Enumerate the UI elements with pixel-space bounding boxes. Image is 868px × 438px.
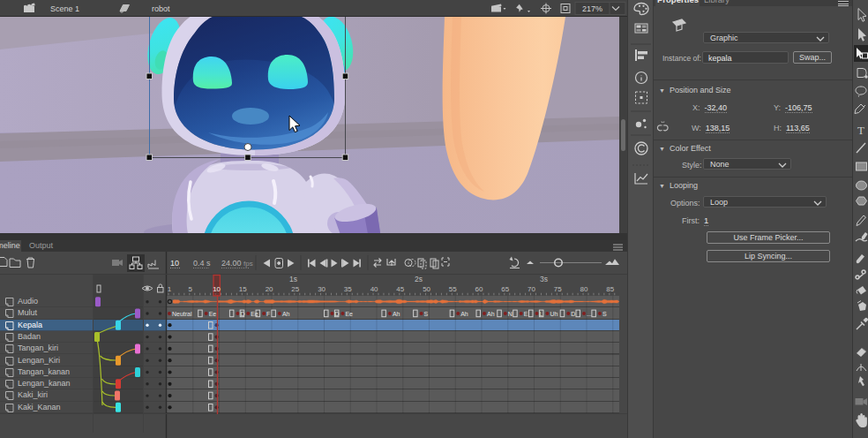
svg-text:Ee: Ee — [345, 311, 353, 317]
svg-text:10: 10 — [170, 259, 179, 268]
svg-text:Ee: Ee — [251, 311, 258, 317]
svg-text:N: N — [508, 311, 513, 317]
svg-text:40: 40 — [370, 285, 378, 293]
svg-text:Uh: Uh — [550, 311, 557, 317]
svg-text:0.4 s: 0.4 s — [193, 259, 211, 268]
svg-text:3s: 3s — [540, 275, 548, 283]
svg-text:1: 1 — [168, 285, 172, 293]
svg-text:25: 25 — [291, 285, 299, 293]
svg-text:24.00 fps: 24.00 fps — [221, 259, 253, 268]
svg-text:T: T — [857, 124, 864, 137]
svg-text:robot: robot — [152, 4, 170, 13]
svg-text:Neutral: Neutral — [172, 311, 192, 317]
svg-text:L: L — [540, 311, 543, 317]
svg-text:70: 70 — [528, 285, 535, 293]
svg-text:S: S — [424, 311, 429, 317]
svg-text:Ah: Ah — [393, 311, 400, 317]
svg-text:Ah: Ah — [282, 311, 290, 317]
svg-text:217%: 217% — [582, 4, 602, 13]
svg-text:Ah: Ah — [487, 311, 495, 317]
svg-text:35: 35 — [344, 285, 352, 293]
svg-text:75: 75 — [554, 285, 562, 293]
svg-text:10: 10 — [213, 285, 221, 293]
svg-text:S: S — [602, 311, 607, 317]
svg-text:E: E — [524, 311, 528, 317]
svg-text:30: 30 — [318, 285, 326, 293]
svg-text:55: 55 — [449, 285, 457, 293]
svg-text:60: 60 — [475, 285, 483, 293]
svg-text:2s: 2s — [415, 275, 423, 283]
svg-text:65: 65 — [501, 285, 509, 293]
svg-text:Scene 1: Scene 1 — [50, 4, 79, 13]
svg-text:F: F — [266, 311, 270, 317]
svg-text:85: 85 — [606, 285, 614, 293]
svg-text:20: 20 — [266, 285, 273, 293]
svg-text:1s: 1s — [289, 275, 297, 283]
svg-text:5: 5 — [189, 285, 193, 293]
svg-text:15: 15 — [239, 285, 247, 293]
svg-text:...: ... — [587, 311, 592, 317]
svg-text:Ee: Ee — [209, 311, 217, 317]
svg-text:45: 45 — [396, 285, 404, 293]
svg-text:D: D — [571, 311, 575, 317]
svg-text:50: 50 — [423, 285, 430, 293]
svg-text:80: 80 — [580, 285, 588, 293]
svg-text:Ah: Ah — [460, 311, 468, 317]
